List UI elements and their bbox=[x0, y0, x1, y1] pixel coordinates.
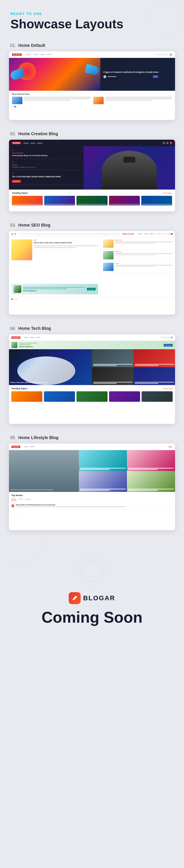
l4-avatar bbox=[171, 336, 173, 339]
l4-right-grid bbox=[92, 349, 175, 385]
l4-ad-bar: Kitchen Appliances Shop Now bbox=[9, 341, 175, 349]
l5-grid-item-3 bbox=[79, 471, 127, 492]
l2-nav-right bbox=[162, 142, 172, 144]
blogar-logo: BLOGAR bbox=[15, 592, 169, 604]
l2-nav-icon-3 bbox=[170, 142, 172, 144]
l1-nav-link-1 bbox=[26, 54, 31, 55]
l5-tab-recent[interactable]: Recent bbox=[18, 498, 23, 501]
l3-side-img-2 bbox=[103, 251, 114, 259]
l4-hero-grid: Beauty of deep space. Billions of galaxi… bbox=[9, 349, 175, 385]
l3-seo-image bbox=[11, 239, 32, 260]
preview-card-2: BLOGAR 01 PHOTOGRAPHY bbox=[9, 140, 175, 211]
l5-grid-item-4 bbox=[127, 471, 175, 492]
ready-label: READY TO USE bbox=[10, 12, 175, 16]
l1-author-text bbox=[108, 76, 117, 77]
l4-hero-main: Beauty of deep space. Billions of galaxi… bbox=[9, 349, 92, 385]
l3-window-dots bbox=[11, 234, 16, 235]
l5-model-image bbox=[9, 450, 79, 492]
l2-vr-headset bbox=[123, 157, 135, 163]
l1-navbar: BLOGAR bbox=[9, 51, 175, 58]
blogar-icon bbox=[69, 592, 81, 604]
l4-trend-3 bbox=[76, 391, 108, 402]
l2-article-1: 01 PHOTOGRAPHY 5 Photography Blogs You S… bbox=[12, 149, 81, 159]
l1-featured-title: More Featured Posts. bbox=[12, 93, 172, 95]
l4-trend-1 bbox=[11, 391, 42, 402]
preview-card-3: BBLOGAR bbox=[9, 231, 175, 315]
l2-article-2: 02 DESIGN Lightweight, grippable, and re… bbox=[12, 161, 81, 170]
section-label-3: 03. Home SEO Blog bbox=[9, 223, 175, 227]
l1-avatar bbox=[170, 54, 172, 56]
preview-card-4: BLOGAR Kitchen Appliances bbox=[9, 334, 175, 424]
page-header: READY TO USE Showcase Layouts bbox=[9, 12, 175, 31]
l4-see-all[interactable]: See All Topics bbox=[163, 388, 173, 390]
l1-feat-item-1 bbox=[12, 97, 91, 104]
l5-story-text-1: Fiji has pulls out of Hong Kong due to n… bbox=[16, 504, 173, 508]
l3-side-img-1 bbox=[103, 239, 114, 248]
l4-grid-item-4 bbox=[133, 367, 175, 385]
l5-logo: BLOGAR bbox=[11, 446, 20, 448]
l2-nav-icon-1 bbox=[162, 142, 165, 144]
l3-ad-image bbox=[14, 285, 21, 293]
preview-card-5: BLOGAR Fashionabl bbox=[9, 443, 175, 530]
l1-nav-link-2 bbox=[33, 54, 38, 55]
l4-grid-item-2 bbox=[133, 349, 175, 367]
l3-logo: BBLOGAR bbox=[122, 233, 134, 235]
l5-hero-caption: Fashionable trait of young bold man fash… bbox=[10, 489, 78, 490]
l1-nav-link-4 bbox=[47, 54, 52, 55]
l4-hero-caption: Beauty of deep space. Billions of galaxi… bbox=[10, 382, 91, 383]
l3-navbar: BBLOGAR bbox=[9, 231, 175, 237]
l5-stories-tabs: Popular Recent Featured bbox=[11, 498, 173, 501]
l3-side-post-2: MARKETING bbox=[103, 251, 173, 261]
l1-hero-meta: Read bbox=[103, 75, 158, 78]
l4-ad-text-block: Kitchen Appliances bbox=[19, 343, 37, 347]
section-label-4: 04. Home Tech Blog bbox=[9, 326, 175, 331]
l4-ad-image bbox=[11, 342, 17, 348]
l2-nav-link-1 bbox=[23, 143, 29, 144]
l4-logo: BLOGAR bbox=[11, 336, 20, 339]
l1-hand-right bbox=[85, 64, 100, 76]
l1-page-dot-3 bbox=[17, 106, 18, 107]
l1-feat-img-1 bbox=[12, 97, 22, 104]
section-label-2: 02. Home Creative Blog bbox=[9, 131, 175, 136]
l1-hero-title: 4 types of research methods all designer… bbox=[103, 71, 158, 73]
section-lifestyle-blog: 05. Home Lifestyle Blog BLOGAR bbox=[9, 435, 175, 530]
l2-trend-1 bbox=[12, 196, 43, 205]
l2-see-all[interactable]: See All Topics bbox=[163, 192, 172, 194]
l5-stories-header: Top Stories bbox=[11, 494, 173, 496]
l1-logo: BLOGAR bbox=[12, 54, 22, 56]
l5-hero-grid: Fashionable trait of young bold man fash… bbox=[9, 450, 175, 492]
l2-trending-grid bbox=[12, 196, 172, 205]
l2-trend-2 bbox=[44, 196, 75, 205]
l1-page-dot-2 bbox=[14, 106, 16, 107]
l4-shop-btn[interactable]: Shop Now bbox=[164, 344, 173, 346]
l4-trend-4 bbox=[109, 391, 140, 402]
l2-navbar: BLOGAR bbox=[9, 140, 175, 146]
l4-trending: Trending Topics See All Topics bbox=[9, 385, 175, 403]
section-seo-blog: 03. Home SEO Blog BBLOGAR bbox=[9, 223, 175, 315]
l3-side-post-3: SOCIAL bbox=[103, 263, 173, 273]
section-tech-blog: 04. Home Tech Blog BLOGAR bbox=[9, 326, 175, 424]
cs-circles bbox=[15, 556, 169, 586]
section-creative-blog: 02. Home Creative Blog BLOGAR bbox=[9, 131, 175, 211]
l2-nav-link-3 bbox=[37, 143, 42, 144]
l1-read-btn[interactable]: Read bbox=[153, 75, 159, 78]
l2-hero-image bbox=[84, 146, 175, 190]
l5-tab-popular[interactable]: Popular bbox=[11, 498, 17, 501]
blogar-brand-name: BLOGAR bbox=[83, 594, 115, 602]
l1-page-dot-1 bbox=[12, 106, 13, 107]
l4-grid-item-1 bbox=[92, 349, 133, 367]
l1-author-avatar bbox=[103, 75, 106, 78]
l3-shop-btn[interactable]: Shop Now bbox=[87, 288, 95, 290]
l2-nav-link-2 bbox=[30, 143, 35, 144]
l2-read-more-btn[interactable]: Read More bbox=[12, 180, 21, 183]
l5-grid-item-1 bbox=[79, 450, 127, 471]
l4-navbar: BLOGAR bbox=[9, 334, 175, 341]
section-label-5: 05. Home Lifestyle Blog bbox=[9, 435, 175, 440]
l4-nav-right bbox=[161, 336, 173, 339]
l4-nav-links bbox=[24, 337, 41, 338]
l2-logo: BLOGAR bbox=[12, 142, 21, 144]
l4-trend-2 bbox=[44, 391, 75, 402]
l2-article-main: 03 The 1 tool that helps remote teams co… bbox=[12, 173, 81, 184]
l5-tab-featured[interactable]: Featured bbox=[25, 498, 31, 501]
l3-big-post: SEO How to write a title with an optimal… bbox=[11, 239, 98, 282]
